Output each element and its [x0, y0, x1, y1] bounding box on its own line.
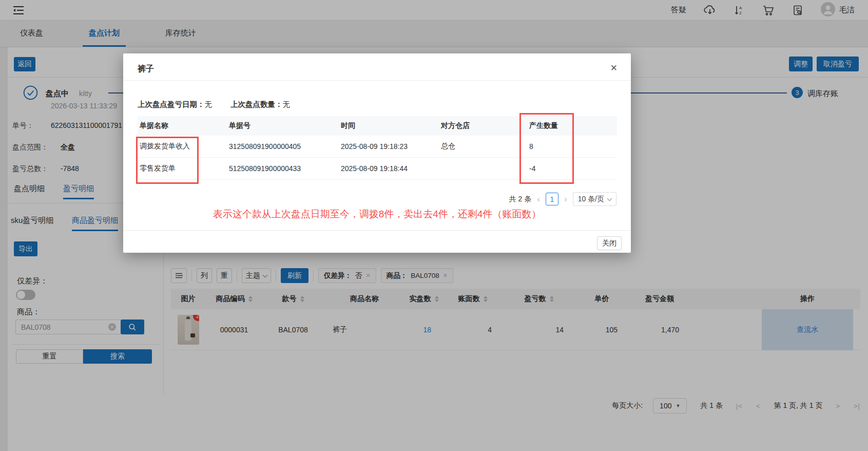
close-icon[interactable]: ✕	[610, 63, 618, 73]
cell-qty: -4	[529, 164, 617, 173]
col-time: 时间	[341, 121, 441, 130]
last-pl-date-value: 无	[205, 100, 213, 108]
table-row: 调拨发货单收入 312508091900000405 2025-08-09 19…	[138, 136, 617, 158]
cell-doc-no: 312508091900000405	[229, 142, 341, 151]
last-pl-date-label: 上次盘点盈亏日期：	[138, 100, 205, 108]
table-row: 零售发货单 512508091900000433 2025-08-09 19:1…	[138, 158, 617, 180]
modal-page-size-value: 10 条/页	[578, 195, 604, 204]
current-page[interactable]: 1	[546, 193, 558, 205]
cell-doc-no: 512508091900000433	[229, 164, 341, 173]
modal-info-line: 上次盘点盈亏日期：无 上次盘点数量：无	[138, 100, 290, 109]
cell-counter-store: 总仓	[441, 142, 529, 151]
divider	[123, 80, 631, 81]
col-doc-name: 单据名称	[138, 121, 229, 130]
cell-doc-name: 零售发货单	[138, 164, 229, 173]
chevron-down-icon	[607, 196, 612, 201]
last-count-value: 无	[283, 100, 291, 108]
cell-qty: 8	[529, 142, 617, 151]
table-header-row: 单据名称 单据号 时间 对方仓店 产生数量	[138, 116, 617, 136]
product-flow-modal: 裤子 ✕ 上次盘点盈亏日期：无 上次盘点数量：无 单据名称 单据号 时间 对方仓…	[123, 53, 631, 253]
col-counter-store: 对方仓店	[441, 121, 529, 130]
cell-doc-name: 调拨发货单收入	[138, 142, 229, 151]
modal-title: 裤子	[138, 64, 154, 74]
modal-total-count: 共 2 条	[509, 195, 532, 204]
col-doc-no: 单据号	[229, 121, 341, 130]
modal-close-button[interactable]: 关闭	[597, 236, 622, 250]
cell-time: 2025-08-09 19:18:23	[341, 142, 441, 151]
modal-pagination: 共 2 条 ‹ 1 › 10 条/页	[509, 192, 616, 206]
divider	[123, 230, 631, 231]
modal-page-size-select[interactable]: 10 条/页	[573, 192, 616, 206]
prev-page-icon[interactable]: ‹	[537, 194, 540, 204]
cell-time: 2025-08-09 19:18:44	[341, 164, 441, 173]
next-page-icon[interactable]: ›	[564, 194, 567, 204]
col-qty: 产生数量	[529, 121, 617, 130]
annotation-text: 表示这个款从上次盘点日期至今，调拨8件，卖出去4件，还剩4件（账面数）	[123, 208, 631, 221]
last-count-label: 上次盘点数量：	[230, 100, 283, 108]
document-table: 单据名称 单据号 时间 对方仓店 产生数量 调拨发货单收入 3125080919…	[138, 116, 617, 180]
